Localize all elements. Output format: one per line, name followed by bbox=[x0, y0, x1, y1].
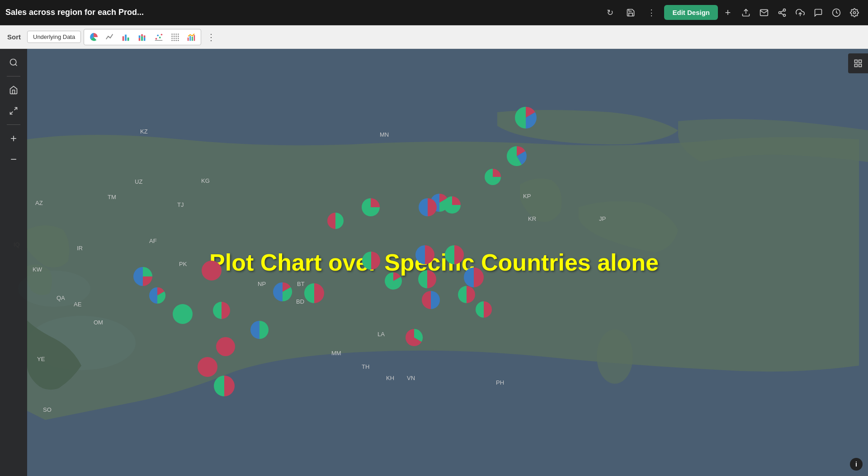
svg-point-27 bbox=[171, 35, 173, 37]
svg-rect-12 bbox=[139, 38, 141, 40]
upload-icon[interactable] bbox=[738, 5, 754, 21]
settings-icon[interactable] bbox=[846, 5, 863, 21]
svg-rect-39 bbox=[188, 37, 189, 40]
svg-rect-41 bbox=[192, 37, 193, 41]
svg-point-35 bbox=[171, 39, 173, 41]
svg-point-19 bbox=[157, 34, 159, 36]
svg-rect-15 bbox=[141, 34, 143, 36]
underlying-data-button[interactable]: Underlying Data bbox=[27, 31, 81, 43]
svg-point-29 bbox=[176, 35, 177, 37]
dot-matrix-chart-type[interactable] bbox=[167, 30, 183, 44]
more-vert-icon[interactable]: ⋮ bbox=[643, 5, 660, 21]
svg-point-46 bbox=[597, 329, 633, 384]
search-button[interactable] bbox=[5, 53, 23, 71]
line-chart-type[interactable] bbox=[102, 30, 118, 44]
svg-point-33 bbox=[176, 38, 177, 39]
toolbar: Sort Underlying Data ⋮ bbox=[0, 25, 868, 49]
svg-rect-9 bbox=[123, 36, 124, 41]
svg-point-20 bbox=[159, 37, 161, 38]
svg-point-26 bbox=[178, 33, 179, 35]
svg-rect-11 bbox=[127, 37, 129, 40]
scatter-chart-type[interactable] bbox=[151, 30, 166, 44]
svg-point-18 bbox=[156, 38, 157, 39]
zoom-in-button[interactable]: + bbox=[5, 129, 23, 148]
chart-type-group bbox=[84, 29, 201, 45]
sidebar-divider-1 bbox=[7, 76, 20, 76]
refresh-icon[interactable]: ↻ bbox=[602, 5, 618, 21]
edit-design-button[interactable]: Edit Design bbox=[664, 5, 718, 20]
combo-chart-type[interactable] bbox=[184, 30, 199, 44]
save-icon[interactable] bbox=[623, 5, 639, 21]
sidebar-divider-2 bbox=[7, 124, 20, 125]
history-icon[interactable] bbox=[828, 5, 844, 21]
share-icon[interactable] bbox=[774, 5, 790, 21]
pie-chart-type[interactable] bbox=[86, 30, 101, 44]
chat-icon[interactable] bbox=[810, 5, 826, 21]
svg-line-4 bbox=[781, 13, 783, 14]
home-button[interactable] bbox=[5, 81, 23, 99]
more-options-button[interactable]: ⋮ bbox=[204, 30, 218, 44]
svg-point-3 bbox=[783, 14, 786, 16]
expand-button[interactable] bbox=[5, 102, 23, 120]
svg-rect-10 bbox=[125, 34, 127, 41]
svg-rect-51 bbox=[855, 64, 858, 67]
svg-point-8 bbox=[854, 11, 856, 14]
svg-point-34 bbox=[178, 38, 179, 39]
svg-point-36 bbox=[174, 39, 175, 41]
svg-point-25 bbox=[176, 33, 177, 35]
mail-icon[interactable] bbox=[756, 5, 772, 21]
svg-rect-42 bbox=[194, 35, 195, 41]
overlay-text: Plot Chart over Specific Countries alone bbox=[209, 249, 659, 276]
map-container: + − KZ MN UZ KG TM TJ AF KP KR JP AZ IQ … bbox=[0, 49, 868, 476]
info-button[interactable]: i bbox=[850, 458, 863, 471]
svg-point-2 bbox=[779, 11, 781, 14]
svg-point-31 bbox=[171, 38, 173, 39]
svg-point-47 bbox=[10, 59, 16, 65]
svg-rect-17 bbox=[144, 35, 146, 38]
svg-rect-13 bbox=[139, 35, 141, 38]
bar-chart-type[interactable] bbox=[118, 30, 134, 44]
svg-rect-52 bbox=[859, 64, 862, 67]
svg-rect-40 bbox=[190, 36, 191, 41]
left-sidebar: + − bbox=[0, 49, 27, 476]
cloud-upload-icon[interactable] bbox=[792, 5, 808, 21]
svg-rect-14 bbox=[141, 36, 143, 41]
svg-point-28 bbox=[174, 35, 175, 37]
svg-point-32 bbox=[174, 38, 175, 39]
svg-point-21 bbox=[161, 33, 163, 35]
svg-line-48 bbox=[15, 64, 17, 66]
svg-point-24 bbox=[174, 33, 175, 35]
svg-point-37 bbox=[176, 39, 177, 41]
page-title: Sales across region for each Prod... bbox=[5, 8, 597, 17]
svg-point-23 bbox=[171, 33, 173, 35]
svg-point-38 bbox=[178, 39, 179, 41]
add-icon[interactable]: + bbox=[720, 5, 736, 21]
svg-point-1 bbox=[783, 9, 786, 11]
svg-rect-49 bbox=[855, 60, 858, 63]
svg-line-5 bbox=[781, 10, 783, 12]
svg-point-30 bbox=[178, 35, 179, 37]
header-actions: Edit Design + bbox=[664, 5, 863, 21]
sort-button[interactable]: Sort bbox=[4, 31, 24, 43]
zoom-out-button[interactable]: − bbox=[5, 150, 23, 168]
stacked-bar-chart-type[interactable] bbox=[135, 30, 150, 44]
right-sidebar-button[interactable] bbox=[848, 53, 868, 73]
header: Sales across region for each Prod... ↻ ⋮… bbox=[0, 0, 868, 25]
svg-rect-50 bbox=[859, 60, 862, 63]
svg-rect-16 bbox=[144, 37, 146, 40]
